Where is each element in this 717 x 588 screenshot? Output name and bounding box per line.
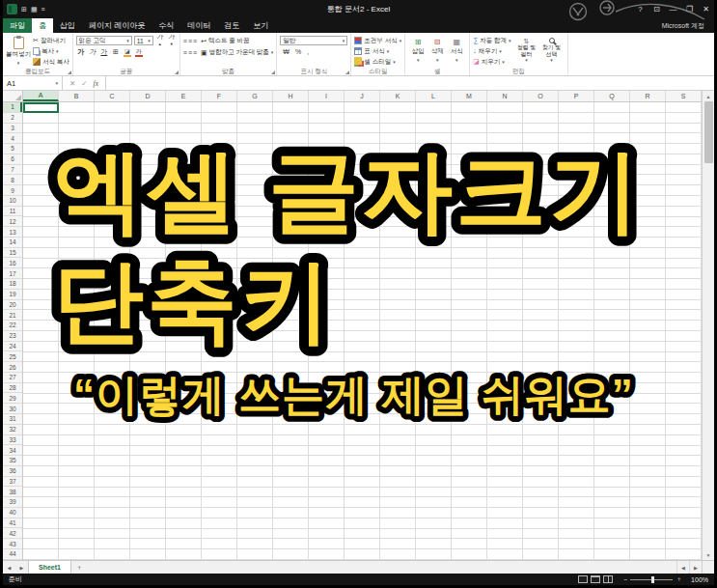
page-layout-view-button[interactable] xyxy=(591,575,600,583)
font-color-button[interactable]: 가 xyxy=(134,48,144,57)
row-header-24[interactable]: 24 xyxy=(3,342,22,352)
row-header-15[interactable]: 15 xyxy=(3,248,22,259)
sheet-nav-left-icon[interactable]: ◀ xyxy=(3,561,15,574)
column-header-H[interactable]: H xyxy=(273,91,309,101)
column-header-J[interactable]: J xyxy=(345,91,380,101)
column-header-E[interactable]: E xyxy=(166,91,202,101)
column-header-O[interactable]: O xyxy=(523,91,559,101)
row-header-41[interactable]: 41 xyxy=(3,518,22,529)
row-header-11[interactable]: 11 xyxy=(3,207,22,217)
row-header-6[interactable]: 6 xyxy=(3,154,22,165)
column-header-K[interactable]: K xyxy=(380,91,416,101)
row-header-5[interactable]: 5 xyxy=(3,144,22,154)
underline-button[interactable]: 가 xyxy=(99,47,109,57)
format-painter-button[interactable]: 서식 복사 xyxy=(33,57,69,67)
dialog-launcher-icon[interactable] xyxy=(271,70,275,74)
column-header-D[interactable]: D xyxy=(130,91,166,101)
row-header-43[interactable]: 43 xyxy=(3,539,22,549)
new-sheet-button[interactable]: ＋ xyxy=(71,561,87,574)
sort-filter-button[interactable]: ⇅ 정렬 및 필터 ▾ xyxy=(514,35,539,67)
row-header-22[interactable]: 22 xyxy=(3,321,22,331)
row-header-7[interactable]: 7 xyxy=(3,165,22,176)
find-select-button[interactable]: 찾기 및 선택 ▾ xyxy=(539,35,565,67)
row-header-31[interactable]: 31 xyxy=(3,414,22,425)
column-header-Q[interactable]: Q xyxy=(594,91,630,101)
vertical-scrollbar[interactable]: ▲ ▼ xyxy=(702,91,714,560)
row-header-28[interactable]: 28 xyxy=(3,383,22,394)
column-header-B[interactable]: B xyxy=(59,91,95,101)
dialog-launcher-icon[interactable] xyxy=(345,70,349,74)
row-header-3[interactable]: 3 xyxy=(3,124,22,134)
scroll-left-icon[interactable]: ◀ xyxy=(676,561,689,574)
row-header-36[interactable]: 36 xyxy=(3,466,22,477)
insert-cells-button[interactable]: ⊞ 삽입 ▾ xyxy=(408,35,427,67)
column-header-I[interactable]: I xyxy=(309,91,345,101)
row-header-2[interactable]: 2 xyxy=(3,113,22,124)
row-header-14[interactable]: 14 xyxy=(3,238,22,248)
column-header-G[interactable]: G xyxy=(237,91,273,101)
font-size-select[interactable]: 11 ▾ xyxy=(134,36,153,45)
format-cells-button[interactable]: ▦ 서식 ▾ xyxy=(447,35,466,67)
zoom-in-icon[interactable]: ＋ xyxy=(673,574,685,584)
cancel-entry-icon[interactable]: ✕ xyxy=(69,79,75,88)
dialog-launcher-icon[interactable] xyxy=(175,70,179,74)
row-header-44[interactable]: 44 xyxy=(3,549,22,560)
save-icon[interactable]: ▦ xyxy=(31,6,38,13)
name-box[interactable]: A1 ▾ xyxy=(3,76,63,90)
row-header-8[interactable]: 8 xyxy=(3,175,22,185)
column-header-M[interactable]: M xyxy=(452,91,487,101)
row-header-27[interactable]: 27 xyxy=(3,373,22,383)
row-header-34[interactable]: 34 xyxy=(3,445,22,456)
copy-button[interactable]: 복사 ▾ xyxy=(33,46,69,56)
scroll-down-icon[interactable]: ▼ xyxy=(703,549,714,560)
row-header-4[interactable]: 4 xyxy=(3,133,22,144)
minimize-button[interactable]: — xyxy=(665,0,681,18)
align-horizontal-icons[interactable]: ≡≡≡ xyxy=(183,49,198,56)
row-header-16[interactable]: 16 xyxy=(3,258,22,268)
column-header-F[interactable]: F xyxy=(202,91,237,101)
row-header-23[interactable]: 23 xyxy=(3,331,22,342)
fill-color-button[interactable]: ◪ xyxy=(123,48,132,57)
clear-button[interactable]: ◪ 지우기 ▾ xyxy=(473,57,510,67)
row-header-17[interactable]: 17 xyxy=(3,268,22,279)
tab-삽입[interactable]: 삽입 xyxy=(53,18,82,33)
column-header-L[interactable]: L xyxy=(416,91,452,101)
row-header-42[interactable]: 42 xyxy=(3,528,22,539)
number-format-select[interactable]: 일반 ▾ xyxy=(280,36,347,45)
ribbon-display-options-button[interactable]: ⊡ xyxy=(648,0,665,18)
cut-button[interactable]: ✂ 잘라내기 xyxy=(33,36,69,45)
row-header-33[interactable]: 33 xyxy=(3,435,22,446)
column-header-R[interactable]: R xyxy=(630,91,666,101)
normal-view-button[interactable] xyxy=(578,575,588,583)
percent-style-button[interactable]: % xyxy=(295,48,301,55)
tab-검토[interactable]: 검토 xyxy=(217,18,246,33)
row-header-10[interactable]: 10 xyxy=(3,196,22,207)
scroll-up-icon[interactable]: ▲ xyxy=(703,91,714,101)
column-header-C[interactable]: C xyxy=(95,91,130,101)
borders-button[interactable]: ⊞ xyxy=(111,48,121,56)
customize-qat-icon[interactable]: ≡ xyxy=(41,6,45,13)
row-header-35[interactable]: 35 xyxy=(3,456,22,466)
row-header-30[interactable]: 30 xyxy=(3,404,22,414)
horizontal-scrollbar[interactable]: ◀ ▶ xyxy=(676,561,714,574)
fill-button[interactable]: ↓ 채우기 ▾ xyxy=(473,46,510,56)
insert-function-button[interactable]: fx xyxy=(94,79,98,88)
sheet-nav-right-icon[interactable]: ▶ xyxy=(15,561,28,574)
format-as-table-button[interactable]: 표 서식 ▾ xyxy=(354,46,401,56)
cell-styles-button[interactable]: 셀 스타일 ▾ xyxy=(354,57,401,67)
restore-button[interactable]: ❐ xyxy=(681,0,698,18)
formula-input[interactable] xyxy=(106,76,714,90)
row-header-32[interactable]: 32 xyxy=(3,425,22,435)
row-header-18[interactable]: 18 xyxy=(3,279,22,290)
merge-center-button[interactable]: ▣ 병합하고 가운데 맞춤 ▾ xyxy=(201,47,273,57)
row-header-19[interactable]: 19 xyxy=(3,290,22,300)
comma-style-button[interactable]: , xyxy=(307,48,309,55)
row-header-37[interactable]: 37 xyxy=(3,477,22,488)
page-break-view-button[interactable] xyxy=(603,575,613,583)
row-header-40[interactable]: 40 xyxy=(3,508,22,518)
tab-보기[interactable]: 보기 xyxy=(246,18,275,33)
column-header-S[interactable]: S xyxy=(666,91,702,101)
account-label[interactable]: Microsoft 계정 xyxy=(662,18,714,33)
wrap-text-button[interactable]: ↩ 텍스트 줄 바꿈 xyxy=(201,36,250,45)
autosum-button[interactable]: ∑ 자동 합계 ▾ xyxy=(473,36,510,45)
